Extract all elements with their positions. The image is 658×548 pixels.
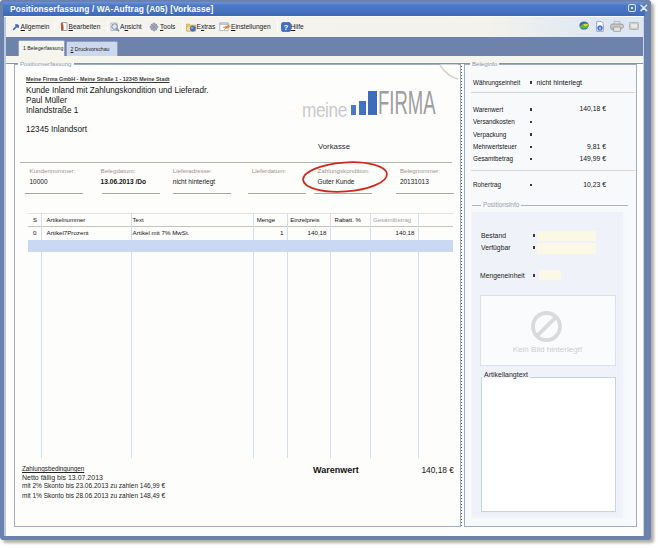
svg-text:?: ? [284, 22, 289, 31]
